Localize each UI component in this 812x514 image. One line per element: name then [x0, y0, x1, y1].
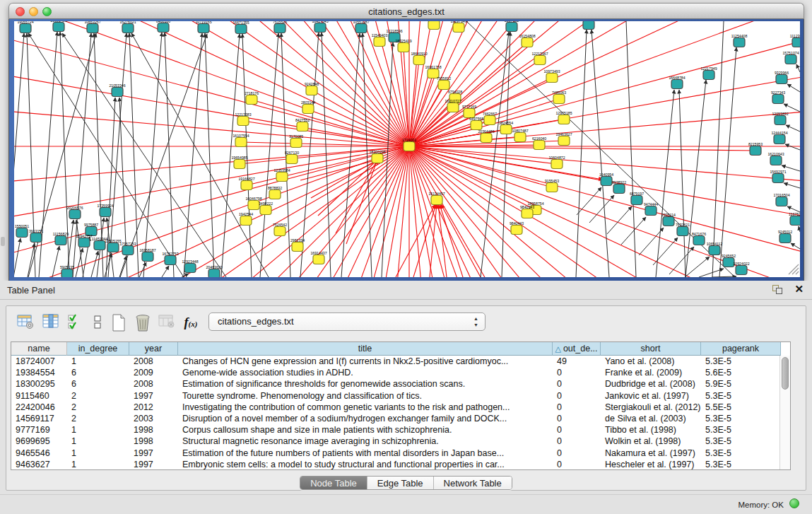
graph-node[interactable]: 6497568 [469, 117, 483, 130]
graph-node[interactable]: 16154808 [519, 34, 535, 47]
graph-node[interactable]: 18300295 [369, 150, 385, 163]
table-row[interactable]: 1872400712008Changes of HCN gene express… [11, 356, 790, 367]
graph-node[interactable]: 18325419 [395, 39, 411, 52]
graph-node[interactable]: 15134457 [428, 192, 445, 205]
graph-node[interactable]: 9155453 [545, 179, 559, 192]
graph-node[interactable]: 2981334 [290, 238, 305, 252]
graph-node[interactable]: 9242848 [305, 82, 319, 95]
graph-node[interactable]: 7524542 [273, 223, 287, 236]
table-row[interactable]: 1938455462009Genome-wide association stu… [11, 367, 790, 378]
graph-node[interactable]: 13505155 [105, 239, 121, 252]
graph-node[interactable]: 18640910 [411, 52, 427, 65]
function-builder-icon[interactable]: f(x) [180, 315, 201, 337]
graph-node[interactable]: 1724001 [402, 138, 416, 151]
graph-node[interactable]: 2718176 [245, 91, 259, 105]
graph-node[interactable]: 7955812 [437, 76, 451, 90]
graph-node[interactable]: 17359924 [97, 204, 113, 217]
select-columns-icon[interactable] [64, 313, 86, 334]
scrollbar-thumb[interactable] [782, 357, 789, 390]
table-row[interactable]: 969969511998Structural magnetic resonanc… [11, 436, 790, 447]
graph-node[interactable]: 10654112 [707, 242, 723, 255]
graph-node[interactable]: 15276021 [119, 21, 136, 33]
graph-node[interactable]: 8427552 [295, 118, 310, 132]
graph-node[interactable]: 9840143 [520, 205, 534, 218]
column-header-year[interactable]: year [129, 342, 178, 356]
graph-node[interactable]: 2803144 [301, 100, 315, 114]
graph-node[interactable]: 8466160 [156, 21, 170, 33]
column-header-short[interactable]: short [601, 342, 701, 356]
graph-node[interactable]: 12093832 [772, 112, 788, 125]
memory-status-indicator[interactable] [789, 498, 799, 508]
graph-node[interactable]: 3170085 [289, 134, 303, 148]
table-row[interactable]: 1456911722003Disruption of a novel membe… [11, 413, 790, 424]
graph-node[interactable]: 17016504 [773, 193, 789, 206]
graph-node[interactable]: 18417045 [312, 21, 328, 33]
collapsed-panel-handle[interactable] [1, 237, 5, 246]
graph-node[interactable]: 11254408 [731, 34, 748, 47]
graph-node[interactable]: 10924022 [733, 262, 749, 275]
graph-node[interactable]: 16210727 [445, 99, 461, 112]
graph-node[interactable]: 16958187 [139, 248, 155, 262]
table-row[interactable]: 2242004622012Investigating the contribut… [11, 402, 790, 413]
graph-node[interactable]: 12975185 [555, 111, 572, 124]
table-row[interactable]: 977716911998Corpus callosum shape and si… [11, 424, 790, 436]
graph-node[interactable]: 16914437 [310, 251, 326, 264]
graph-node[interactable]: 7485063 [552, 90, 566, 104]
graph-node[interactable]: 3913151 [29, 229, 43, 243]
delete-table-icon[interactable] [132, 313, 153, 334]
graph-node[interactable]: 19463627 [555, 132, 572, 146]
graph-node[interactable]: 16648784 [669, 76, 685, 89]
column-header-pagerank[interactable]: pagerank [701, 342, 781, 356]
graph-node[interactable]: 12353584 [273, 168, 290, 182]
table-row[interactable]: 946554611997Estimation of the future num… [11, 448, 790, 459]
graph-node[interactable]: 9329966 [775, 71, 789, 84]
graph-node[interactable]: 9227343 [771, 90, 785, 104]
graph-node[interactable]: 2935114 [661, 213, 676, 226]
graph-node[interactable]: 15751074 [782, 51, 799, 64]
column-header-in_degree[interactable]: in_degree [67, 342, 129, 356]
graph-node[interactable]: 10553287 [353, 21, 369, 33]
graph-node[interactable]: 6879197 [630, 192, 644, 205]
graph-node[interactable]: 21053346 [109, 83, 125, 97]
graph-node[interactable]: 7462667 [483, 112, 497, 125]
graph-node[interactable]: 15942757 [76, 234, 92, 247]
column-header-out_de[interactable]: △out_de... [553, 342, 601, 356]
graph-node[interactable]: 10604872 [548, 156, 565, 169]
table-row[interactable]: 946362711997Embryonic stem cells: a mode… [11, 459, 790, 470]
graph-node[interactable]: 19055724 [17, 21, 33, 33]
graph-node[interactable]: 1550051 [15, 224, 29, 238]
graph-node[interactable]: 11156829 [53, 232, 69, 245]
network-graph-canvas[interactable]: 19055724 20691406 10653257 15276021 8466… [14, 21, 800, 277]
graph-node[interactable]: 5905135 [60, 265, 74, 278]
graph-node[interactable]: 7515526 [273, 21, 287, 33]
graph-node[interactable]: 16782753 [162, 252, 178, 265]
tab-network-table[interactable]: Network Table [434, 477, 512, 489]
graph-node[interactable]: 19297349 [450, 21, 466, 33]
table-row[interactable]: 1830029562008Estimation of significance … [11, 378, 790, 390]
graph-node[interactable]: 12217949 [700, 66, 717, 80]
create-table-icon[interactable] [108, 313, 129, 334]
column-header-name[interactable]: name [11, 342, 67, 356]
graph-node[interactable]: 15692971 [770, 170, 786, 183]
graph-node[interactable]: 9245012 [778, 230, 792, 243]
graph-node[interactable]: 3498222 [259, 201, 273, 215]
table-settings-icon[interactable] [15, 313, 36, 334]
column-header-title[interactable]: title [178, 342, 553, 356]
graph-node[interactable]: 12444154 [771, 131, 787, 144]
float-panel-icon[interactable] [772, 285, 784, 295]
table-scrollbar[interactable] [779, 356, 790, 469]
show-columns-icon[interactable] [40, 313, 61, 334]
graph-node[interactable]: 1167533 [789, 212, 800, 226]
row-options-icon[interactable] [87, 313, 108, 334]
graph-node[interactable]: 19166827 [238, 177, 254, 190]
graph-node[interactable]: 10973493 [543, 69, 560, 83]
graph-node[interactable]: 10653257 [84, 21, 100, 33]
graph-node[interactable]: 11549403 [372, 33, 388, 47]
close-icon[interactable]: ✕ [794, 283, 804, 296]
graph-node[interactable]: 19654985 [231, 156, 247, 169]
graph-node[interactable]: 20691406 [50, 21, 66, 32]
graph-node[interactable]: 8215953 [748, 142, 763, 156]
graph-node[interactable]: 17957253 [119, 242, 136, 255]
graph-node[interactable]: 3824554 [499, 121, 513, 134]
graph-node[interactable]: 2087682 [505, 21, 519, 32]
